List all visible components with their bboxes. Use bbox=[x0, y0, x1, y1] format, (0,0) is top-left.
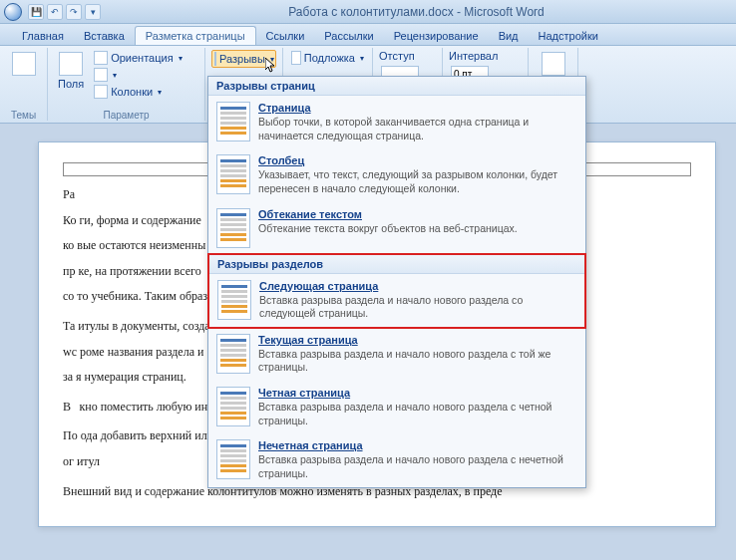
quick-access-toolbar: 💾 ↶ ↷ ▾ bbox=[28, 4, 101, 20]
gallery-item-text-wrap[interactable]: Обтекание текстомОбтекание текста вокруг… bbox=[208, 202, 585, 254]
group-page-setup: Поля Ориентация Колонки Параметр bbox=[48, 48, 205, 121]
columns-button[interactable]: Колонки bbox=[92, 84, 184, 100]
redo-icon[interactable]: ↷ bbox=[66, 4, 82, 20]
textwrap-break-icon bbox=[216, 208, 250, 248]
watermark-button[interactable]: Подложка bbox=[289, 50, 366, 66]
office-button[interactable] bbox=[4, 3, 22, 21]
group-label-themes: Темы bbox=[0, 110, 47, 121]
breaks-icon bbox=[214, 52, 216, 66]
qat-more-icon[interactable]: ▾ bbox=[85, 4, 101, 20]
continuous-break-icon bbox=[216, 334, 250, 374]
margins-button[interactable]: Поля bbox=[54, 50, 88, 110]
page-break-icon bbox=[216, 102, 250, 141]
tab-references[interactable]: Ссылки bbox=[256, 27, 315, 45]
gallery-item-odd-page[interactable]: Нечетная страницаВставка разрыва раздела… bbox=[208, 433, 585, 486]
gallery-header-page-breaks: Разрывы страниц bbox=[208, 77, 585, 96]
gallery-item-column[interactable]: СтолбецУказывает, что текст, следующий з… bbox=[208, 148, 585, 201]
breaks-button[interactable]: Разрывы bbox=[211, 50, 276, 68]
save-icon[interactable]: 💾 bbox=[28, 4, 44, 20]
tab-addins[interactable]: Надстройки bbox=[529, 27, 608, 45]
oddpage-break-icon bbox=[216, 439, 250, 479]
window-title: Работа с колонтитулами.docx - Microsoft … bbox=[101, 5, 732, 19]
gallery-item-even-page[interactable]: Четная страницаВставка разрыва раздела и… bbox=[208, 381, 585, 433]
tab-review[interactable]: Рецензирование bbox=[384, 27, 489, 45]
tab-insert[interactable]: Вставка bbox=[74, 27, 135, 45]
columns-icon bbox=[94, 85, 108, 99]
tab-view[interactable]: Вид bbox=[489, 27, 529, 45]
tab-mailings[interactable]: Рассылки bbox=[314, 27, 383, 45]
gallery-item-continuous[interactable]: Текущая страницаВставка разрыва раздела … bbox=[208, 328, 585, 381]
column-break-icon bbox=[216, 154, 250, 194]
undo-icon[interactable]: ↶ bbox=[47, 4, 63, 20]
spacing-label: Интервал bbox=[449, 50, 522, 62]
tab-page-layout[interactable]: Разметка страницы bbox=[135, 26, 256, 45]
gallery-item-next-page[interactable]: Следующая страницаВставка разрыва раздел… bbox=[209, 274, 584, 327]
gallery-item-page[interactable]: СтраницаВыбор точки, в которой заканчива… bbox=[208, 96, 585, 148]
orientation-button[interactable]: Ориентация bbox=[92, 50, 184, 66]
orientation-icon bbox=[94, 51, 108, 65]
themes-icon bbox=[12, 52, 36, 76]
nextpage-break-icon bbox=[217, 280, 251, 320]
highlight-selection: Разрывы разделов Следующая страницаВстав… bbox=[207, 253, 586, 329]
themes-button[interactable] bbox=[6, 50, 41, 78]
size-button[interactable] bbox=[92, 67, 184, 83]
indent-label: Отступ bbox=[379, 50, 436, 62]
evenpage-break-icon bbox=[216, 387, 250, 426]
breaks-gallery: Разрывы страниц СтраницаВыбор точки, в к… bbox=[207, 76, 586, 488]
margins-icon bbox=[59, 52, 83, 76]
ribbon-tabs: Главная Вставка Разметка страницы Ссылки… bbox=[0, 24, 736, 46]
gallery-header-section-breaks: Разрывы разделов bbox=[209, 255, 584, 274]
group-themes: Темы bbox=[0, 48, 48, 121]
title-bar: 💾 ↶ ↷ ▾ Работа с колонтитулами.docx - Mi… bbox=[0, 0, 736, 24]
watermark-icon bbox=[291, 51, 301, 65]
size-icon bbox=[94, 68, 108, 82]
group-label-params: Параметр bbox=[48, 110, 204, 121]
tab-home[interactable]: Главная bbox=[12, 27, 74, 45]
position-icon bbox=[542, 52, 565, 76]
